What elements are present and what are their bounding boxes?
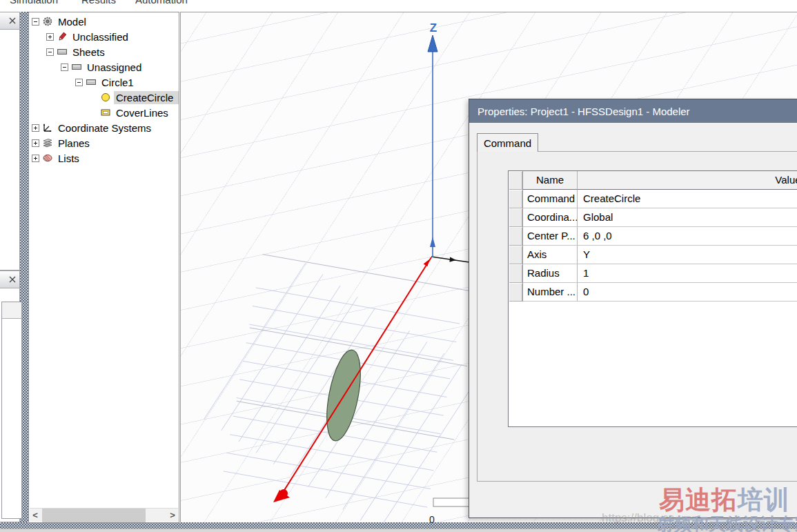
- menu-item-simulation[interactable]: Simulation: [10, 0, 58, 6]
- x-axis: [431, 257, 469, 262]
- property-name: Coordina...: [523, 208, 578, 227]
- close-icon[interactable]: [8, 275, 17, 284]
- tree-item-sheets[interactable]: Sheets: [29, 44, 179, 59]
- property-name: Number ...: [523, 283, 578, 302]
- tree-item-label: Sheets: [70, 46, 107, 59]
- table-row: CommandCreateCircle: [509, 190, 797, 208]
- tree-item-label: Planes: [56, 137, 92, 150]
- tab-command[interactable]: Command: [477, 133, 538, 152]
- row-selector[interactable]: [509, 283, 523, 302]
- scrollbar-thumb[interactable]: [42, 509, 146, 522]
- z-axis-label: Z: [430, 21, 437, 35]
- property-value[interactable]: 1: [578, 264, 797, 283]
- property-name: Command: [523, 190, 578, 208]
- property-value[interactable]: Global: [578, 208, 797, 227]
- tree-item-label: Unclassified: [70, 30, 130, 43]
- row-selector: [509, 171, 523, 190]
- dialog-title-bar[interactable]: Properties: Project1 - HFSSDesign1 - Mod…: [469, 99, 797, 123]
- property-name: Center P...: [523, 227, 578, 246]
- tree-item-unclassified[interactable]: Unclassified: [29, 29, 179, 44]
- tree-item-label: Lists: [56, 152, 81, 165]
- watermark-tagline: 射频和天线设计专家: [657, 513, 797, 532]
- menu-item-automation[interactable]: Automation: [135, 0, 188, 6]
- table-row: Radius1: [509, 264, 797, 283]
- collapse-minus-icon[interactable]: [61, 63, 68, 71]
- scale-origin-label: 0: [429, 514, 435, 523]
- tree-item-coordinate-systems[interactable]: Coordinate Systems: [29, 120, 179, 135]
- tree-item-label: CoverLines: [114, 106, 170, 119]
- table-row: AxisY: [509, 246, 797, 264]
- property-name: Radius: [523, 264, 578, 283]
- table-header-row: NameValue: [509, 171, 797, 190]
- row-selector[interactable]: [509, 190, 523, 208]
- properties-grid-header: [2, 302, 21, 319]
- scroll-left-icon[interactable]: <: [30, 509, 41, 522]
- tree-horizontal-scrollbar[interactable]: < >: [30, 508, 178, 522]
- row-selector[interactable]: [509, 264, 523, 283]
- properties-grid-stub: [1, 302, 22, 519]
- dialog-title: Properties: Project1 - HFSSDesign1 - Mod…: [478, 106, 690, 117]
- expand-plus-icon[interactable]: [46, 33, 54, 41]
- tree-item-unassigned[interactable]: Unassigned: [29, 59, 179, 75]
- property-value[interactable]: Y: [578, 246, 797, 264]
- property-name: Axis: [523, 246, 578, 264]
- z-axis: Z: [428, 21, 437, 257]
- properties-dialog: Properties: Project1 - HFSSDesign1 - Mod…: [469, 99, 797, 518]
- table-row: Number ...0: [509, 283, 797, 302]
- collapse-minus-icon[interactable]: [32, 18, 39, 26]
- close-icon[interactable]: [8, 17, 17, 25]
- tree-item-circle1[interactable]: Circle1: [29, 75, 179, 90]
- project-manager-panel: [0, 12, 20, 270]
- row-selector[interactable]: [509, 246, 523, 264]
- menu-bar: SimulationResultsAutomation: [0, 0, 797, 7]
- panel-header: [0, 12, 19, 30]
- create-circle-icon: [100, 92, 111, 103]
- row-selector[interactable]: [509, 227, 523, 246]
- tree-item-planes[interactable]: Planes: [29, 135, 179, 150]
- tree-item-label: Coordinate Systems: [56, 121, 153, 135]
- table-row: Coordina...Global: [509, 208, 797, 227]
- menu-item-results[interactable]: Results: [81, 0, 116, 6]
- sheet-icon: [57, 46, 68, 57]
- tree-item-label: Model: [56, 15, 88, 28]
- tree-item-createcircle[interactable]: CreateCircle: [29, 90, 179, 105]
- property-value[interactable]: 6 ,0 ,0: [578, 227, 797, 246]
- column-header-value: Value: [578, 171, 797, 190]
- tree-item-label: Circle1: [99, 76, 136, 89]
- sheet-icon: [71, 61, 82, 72]
- row-selector[interactable]: [509, 208, 523, 227]
- property-value[interactable]: 0: [578, 283, 797, 302]
- collapse-minus-icon[interactable]: [46, 48, 54, 56]
- coordinate-systems-icon: [42, 122, 53, 133]
- model-tree-panel: ModelUnclassifiedSheetsUnassignedCircle1…: [28, 12, 179, 523]
- tree-item-coverlines[interactable]: CoverLines: [29, 105, 179, 120]
- tree-item-lists[interactable]: Lists: [29, 150, 179, 166]
- properties-panel: [0, 270, 20, 522]
- tree-item-label: Unassigned: [85, 61, 144, 74]
- expand-plus-icon[interactable]: [32, 155, 39, 162]
- planes-icon: [42, 137, 53, 148]
- lists-icon: [42, 152, 53, 164]
- tree-item-model[interactable]: Model: [29, 14, 179, 29]
- panel-header: [0, 271, 19, 288]
- table-row: Center P...6 ,0 ,0: [509, 227, 797, 246]
- properties-table: NameValueCommandCreateCircleCoordina...G…: [508, 170, 797, 427]
- unclassified-icon: [57, 31, 68, 42]
- collapse-minus-icon[interactable]: [75, 79, 83, 86]
- column-header-name: Name: [523, 171, 578, 190]
- model-icon: [42, 16, 53, 27]
- expand-plus-icon[interactable]: [32, 139, 39, 147]
- sheet-icon: [86, 77, 97, 88]
- property-value[interactable]: CreateCircle: [578, 190, 797, 208]
- scroll-right-icon[interactable]: >: [167, 509, 178, 522]
- tree-item-label: CreateCircle: [114, 91, 179, 104]
- cover-lines-icon: [100, 107, 111, 118]
- expand-plus-icon[interactable]: [32, 124, 39, 132]
